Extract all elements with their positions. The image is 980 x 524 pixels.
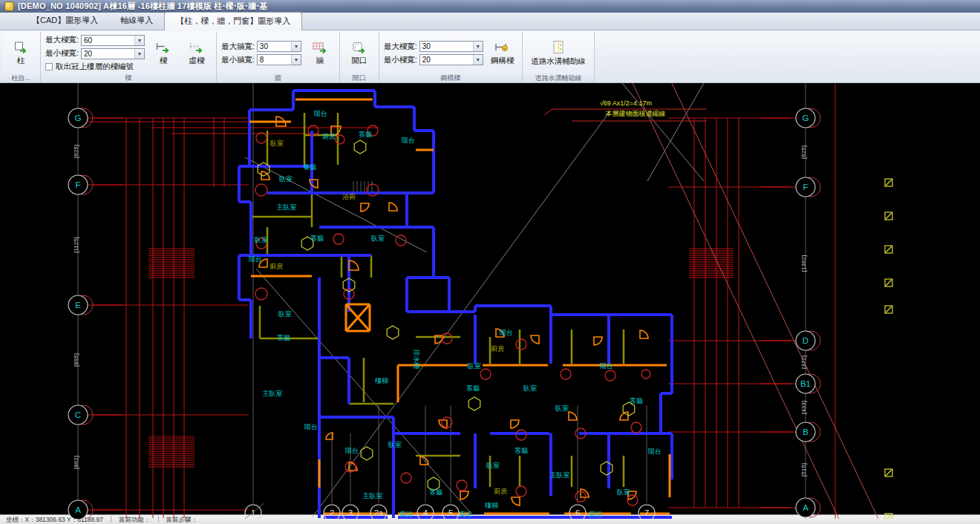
max-wall-width-select[interactable]: 30 ▼ <box>257 41 301 52</box>
ribbon-group-column: 柱 柱自... <box>1 32 41 82</box>
right-axis-bubbles: GFDB1BA <box>761 108 820 517</box>
min-beam-width-select[interactable]: 20 ▼ <box>81 48 145 59</box>
svg-text:臥室: 臥室 <box>555 405 569 412</box>
svg-text:客廳: 客廳 <box>429 488 442 496</box>
svg-text:客廳: 客廳 <box>466 384 480 392</box>
svg-text:主臥室: 主臥室 <box>263 390 283 397</box>
svg-text:6: 6 <box>575 508 580 517</box>
svg-text:[625]: [625] <box>73 145 79 158</box>
svg-text:樓梯: 樓梯 <box>485 502 498 509</box>
svg-text:[433]: [433] <box>800 401 807 414</box>
dropdown-caret-icon[interactable]: ▼ <box>134 36 144 45</box>
svg-text:臥室: 臥室 <box>371 235 385 242</box>
svg-text:[625]: [625] <box>800 145 807 159</box>
svg-text:廚房: 廚房 <box>491 345 504 353</box>
svg-text:[895]: [895] <box>73 353 79 367</box>
dropdown-caret-icon[interactable]: ▼ <box>291 42 301 51</box>
slashed-square-markers <box>885 179 892 519</box>
opening-icon <box>351 41 368 54</box>
ribbon-group-road-gutter: 道路水溝輔助線 道路水溝輔助線 <box>523 32 595 82</box>
dropdown-caret-icon[interactable]: ▼ <box>134 49 144 59</box>
group-label-beam: 樑 <box>41 73 216 82</box>
column-icon <box>13 41 28 54</box>
max-wall-width-value: 30 <box>260 42 268 50</box>
svg-text:2: 2 <box>330 508 334 517</box>
max-steel-beam-width-select[interactable]: 30 ▼ <box>419 41 483 52</box>
take-upper-floor-beam-number-label: 取出冠上樓層的樑編號 <box>56 62 134 72</box>
svg-text:[862]: [862] <box>73 456 79 469</box>
road-gutter-helper-button[interactable]: 道路水溝輔助線 <box>527 39 589 68</box>
max-beam-width-label: 最大樑寬: <box>45 35 79 45</box>
min-wall-width-select[interactable]: 8 ▼ <box>257 54 301 65</box>
svg-text:陽台: 陽台 <box>648 448 662 455</box>
svg-text:4: 4 <box>423 508 428 517</box>
road-gutter-icon <box>550 40 566 55</box>
svg-text:[515]: [515] <box>800 463 807 476</box>
svg-text:G: G <box>75 114 82 122</box>
svg-text:臥室: 臥室 <box>468 362 481 370</box>
svg-text:F: F <box>803 183 808 191</box>
svg-text:臥室: 臥室 <box>523 384 537 392</box>
tab-column-beam-wall-import[interactable]: 【柱，樑，牆，門窗】圖形導入 <box>164 12 302 30</box>
column-button[interactable]: 柱 <box>6 39 36 68</box>
svg-text:陽台: 陽台 <box>249 255 262 263</box>
svg-text:廚房: 廚房 <box>322 133 336 140</box>
svg-text:臥室: 臥室 <box>617 488 630 496</box>
take-upper-floor-beam-number-checkbox[interactable] <box>45 63 53 71</box>
drawing-canvas[interactable]: 陽台臥室廚房客廳陽台餐廳臥室浴廁主臥室臥室客廳臥室陽台廚房臥室客廳樓梯主臥室陽台… <box>0 83 980 514</box>
tab-cad-import[interactable]: 【CAD】圖形導入 <box>21 12 109 30</box>
svg-text:[1125]: [1125] <box>73 237 79 253</box>
svg-text:陽台: 陽台 <box>314 110 327 117</box>
ribbon-group-wall: 最大牆寬: 30 ▼ 最小牆寬: 8 ▼ <box>217 32 340 82</box>
wall-button[interactable]: 牆 <box>305 39 335 68</box>
dropdown-caret-icon[interactable]: ▼ <box>473 55 483 65</box>
svg-text:浴廁: 浴廁 <box>342 193 356 200</box>
min-wall-width-value: 8 <box>260 56 264 64</box>
dropdown-caret-icon[interactable]: ▼ <box>291 55 301 65</box>
svg-text:陽台: 陽台 <box>345 447 359 454</box>
min-steel-beam-width-value: 20 <box>422 56 431 64</box>
max-wall-width-label: 最大牆寬: <box>221 42 255 52</box>
svg-text:陽台: 陽台 <box>402 137 415 144</box>
group-label-column: 柱自... <box>1 73 40 82</box>
beam-button[interactable]: 樑 <box>148 39 178 68</box>
dropdown-caret-icon[interactable]: ▼ <box>473 42 483 51</box>
svg-text:[1362]: [1362] <box>800 255 807 272</box>
svg-text:臥室: 臥室 <box>278 310 292 318</box>
ribbon: 柱 柱自... 最大樑寬: 60 ▼ 最小樑寬: <box>0 30 980 83</box>
svg-text:主臥室: 主臥室 <box>550 471 570 479</box>
svg-text:臥室: 臥室 <box>279 175 293 183</box>
svg-text:廁浴: 廁浴 <box>589 511 602 518</box>
steel-beam-button[interactable]: 鋼構樑 <box>487 39 518 68</box>
virtual-beam-button[interactable]: 虛樑 <box>182 39 212 68</box>
opening-button-label: 開口 <box>351 56 367 66</box>
tab-axis-import[interactable]: 軸線導入 <box>109 12 164 30</box>
min-steel-beam-width-select[interactable]: 20 ▼ <box>419 54 483 65</box>
svg-text:臥室: 臥室 <box>388 441 402 448</box>
max-beam-width-value: 60 <box>84 36 92 45</box>
max-steel-beam-width-label: 最大樑寬: <box>384 42 417 52</box>
wall-button-label: 牆 <box>316 56 324 66</box>
svg-text:客廳: 客廳 <box>630 397 643 405</box>
ribbon-spacer <box>595 32 980 82</box>
svg-text:5: 5 <box>448 508 453 517</box>
opening-button[interactable]: 開口 <box>344 39 374 68</box>
column-button-label: 柱 <box>17 56 25 66</box>
max-steel-beam-width-value: 30 <box>422 42 431 50</box>
hatch-areas <box>148 248 734 468</box>
svg-text:A: A <box>803 503 808 512</box>
svg-text:G: G <box>803 114 809 122</box>
ribbon-group-steel-beam: 最大樑寬: 30 ▼ 最小樑寬: 20 ▼ <box>379 32 523 82</box>
max-beam-width-select[interactable]: 60 ▼ <box>81 35 145 46</box>
svg-text:E: E <box>75 301 81 310</box>
svg-text:客廳: 客廳 <box>514 447 528 454</box>
title-bar: [DEMO_NO 1040902] A棟16層 -16樓柱牆 17樓模版 柱‧樑… <box>0 0 980 13</box>
svg-text:廁浴: 廁浴 <box>459 511 472 518</box>
svg-text:√69 Ax1/2=4.17m: √69 Ax1/2=4.17m <box>600 99 652 107</box>
svg-text:A: A <box>75 505 81 514</box>
svg-text:臥室: 臥室 <box>270 140 284 147</box>
ribbon-tab-row: 【CAD】圖形導入 軸線導入 【柱，樑，牆，門窗】圖形導入 <box>0 13 980 30</box>
wall-icon <box>312 41 328 54</box>
svg-text:臥室: 臥室 <box>486 462 500 469</box>
svg-text:主臥室: 主臥室 <box>363 492 383 500</box>
